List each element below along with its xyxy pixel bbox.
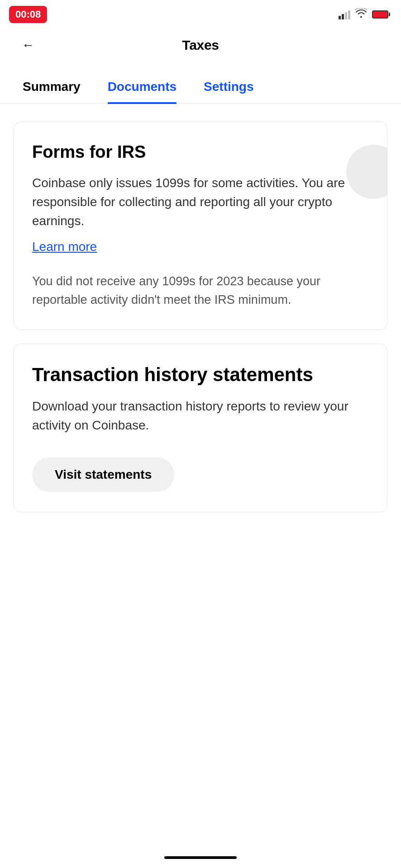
forms-irs-secondary: You did not receive any 1099s for 2023 b… bbox=[32, 272, 369, 310]
transaction-history-title: Transaction history statements bbox=[32, 364, 369, 386]
main-content: Forms for IRS Coinbase only issues 1099s… bbox=[0, 104, 401, 530]
visit-statements-button[interactable]: Visit statements bbox=[32, 458, 174, 492]
tab-navigation: Summary Documents Settings bbox=[0, 72, 401, 104]
tab-documents[interactable]: Documents bbox=[108, 72, 177, 103]
home-indicator bbox=[164, 856, 237, 859]
forms-irs-body: Coinbase only issues 1099s for some acti… bbox=[32, 174, 369, 231]
back-arrow-icon: ← bbox=[22, 38, 34, 52]
nav-header: ← Taxes bbox=[0, 27, 401, 63]
page-title: Taxes bbox=[182, 38, 219, 53]
status-icons bbox=[339, 8, 388, 21]
status-bar: 00:08 bbox=[0, 0, 401, 27]
forms-irs-title: Forms for IRS bbox=[32, 142, 369, 163]
battery-icon bbox=[372, 10, 388, 19]
back-button[interactable]: ← bbox=[18, 34, 38, 56]
learn-more-link[interactable]: Learn more bbox=[32, 240, 97, 254]
wifi-icon bbox=[355, 8, 368, 21]
tab-settings[interactable]: Settings bbox=[204, 72, 253, 103]
transaction-history-body: Download your transaction history report… bbox=[32, 397, 369, 435]
forms-irs-card: Forms for IRS Coinbase only issues 1099s… bbox=[14, 122, 387, 330]
tab-summary[interactable]: Summary bbox=[23, 72, 81, 103]
transaction-history-card: Transaction history statements Download … bbox=[14, 344, 387, 512]
signal-icon bbox=[339, 9, 350, 19]
time-display: 00:08 bbox=[9, 6, 47, 23]
